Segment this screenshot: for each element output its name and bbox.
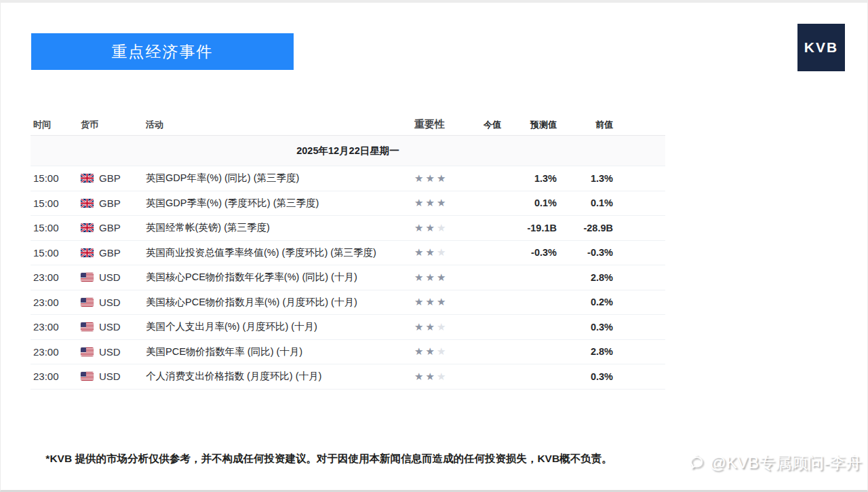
star-filled-icon: ★: [425, 222, 436, 233]
importance-stars: ★★★: [409, 321, 454, 333]
us-flag-icon: [81, 273, 94, 282]
event-activity: 英国GDP年率(%) (同比) (第三季度): [143, 172, 409, 185]
header-time: 时间: [31, 119, 78, 131]
event-currency: USD: [78, 346, 143, 358]
event-activity: 英国GDP季率(%) (季度环比) (第三季度): [143, 197, 409, 210]
us-flag-icon: [81, 347, 94, 356]
event-currency: GBP: [78, 247, 143, 259]
star-filled-icon: ★: [425, 271, 436, 283]
event-currency: GBP: [78, 222, 143, 233]
currency-code: USD: [99, 346, 121, 358]
star-filled-icon: ★: [425, 246, 436, 258]
header-previous: 前值: [557, 119, 613, 131]
table-body: 15:00GBP英国GDP年率(%) (同比) (第三季度)★★★1.3%1.3…: [31, 166, 665, 390]
table-row: 15:00GBP英国GDP年率(%) (同比) (第三季度)★★★1.3%1.3…: [31, 166, 665, 191]
header-activity: 活动: [143, 119, 409, 131]
currency-code: GBP: [99, 197, 121, 209]
importance-stars: ★★★: [409, 296, 454, 308]
currency-code: GBP: [99, 247, 121, 259]
uk-flag-icon: [81, 174, 94, 183]
header-currency: 货币: [78, 119, 143, 131]
star-filled-icon: ★: [437, 271, 448, 283]
star-filled-icon: ★: [414, 172, 425, 184]
event-previous-value: 0.3%: [557, 371, 613, 382]
watermark: @KVB专属顾问-李舟: [688, 452, 862, 474]
event-previous-value: 0.1%: [557, 197, 613, 208]
currency-code: GBP: [99, 222, 121, 233]
event-time: 15:00: [31, 172, 78, 184]
table-row: 23:00USD美国个人支出月率(%) (月度环比) (十月)★★★0.3%: [31, 315, 665, 340]
page-title-banner: 重点经济事件: [31, 33, 294, 70]
star-filled-icon: ★: [425, 197, 436, 208]
event-activity: 个人消费支出价格指数 (月度环比) (十月): [143, 370, 409, 383]
uk-flag-icon: [81, 199, 94, 208]
event-forecast-value: 1.3%: [501, 173, 557, 184]
event-previous-value: 2.8%: [557, 346, 613, 357]
currency-code: USD: [99, 297, 121, 308]
event-activity: 美国核心PCE物价指数月率(%) (月度环比) (十月): [143, 296, 409, 309]
kvb-logo-text: KVB: [804, 39, 838, 56]
table-row: 23:00USD美国PCE物价指数年率 (同比) (十月)★★★2.8%: [31, 340, 665, 365]
star-filled-icon: ★: [425, 172, 436, 184]
event-time: 23:00: [31, 271, 78, 283]
event-time: 23:00: [31, 321, 78, 333]
star-filled-icon: ★: [425, 296, 436, 307]
event-activity: 英国经常帐(英镑) (第三季度): [143, 221, 409, 234]
event-time: 15:00: [31, 222, 78, 233]
event-time: 23:00: [31, 297, 78, 308]
event-previous-value: 0.2%: [557, 297, 613, 307]
event-activity: 英国商业投资总值季率终值(%) (季度环比) (第三季度): [143, 246, 409, 259]
star-empty-icon: ★: [437, 321, 448, 333]
importance-stars: ★★★: [409, 371, 454, 383]
star-empty-icon: ★: [437, 345, 448, 357]
star-filled-icon: ★: [414, 246, 425, 258]
importance-stars: ★★★: [409, 222, 454, 234]
table-row: 23:00USD美国核心PCE物价指数年化季率(%) (同比) (十月)★★★2…: [31, 265, 665, 290]
star-empty-icon: ★: [437, 246, 448, 258]
star-filled-icon: ★: [414, 222, 425, 233]
importance-stars: ★★★: [409, 172, 454, 185]
star-filled-icon: ★: [414, 296, 425, 307]
date-group-row: 2025年12月22日星期一: [31, 136, 665, 166]
table-header-row: 时间 货币 活动 重要性 今值 预测值 前值: [31, 114, 665, 136]
disclaimer-text: *KVB 提供的市场分析仅供参考，并不构成任何投资建议。对于因使用本新闻信息而造…: [31, 452, 627, 466]
uk-flag-icon: [81, 223, 94, 232]
importance-stars: ★★★: [409, 271, 454, 284]
table-row: 15:00GBP英国商业投资总值季率终值(%) (季度环比) (第三季度)★★★…: [31, 241, 665, 266]
event-activity: 美国PCE物价指数年率 (同比) (十月): [143, 345, 409, 358]
page-title: 重点经济事件: [112, 41, 214, 62]
event-previous-value: 2.8%: [557, 272, 613, 283]
header-importance: 重要性: [409, 118, 454, 131]
event-currency: USD: [78, 321, 143, 333]
event-currency: USD: [78, 297, 143, 308]
currency-code: USD: [99, 371, 121, 382]
importance-stars: ★★★: [409, 345, 454, 358]
event-previous-value: -0.3%: [557, 247, 613, 258]
star-empty-icon: ★: [437, 371, 448, 382]
star-filled-icon: ★: [425, 345, 436, 357]
kvb-logo: KVB: [797, 24, 845, 71]
event-currency: USD: [78, 371, 143, 382]
star-filled-icon: ★: [425, 371, 436, 382]
date-group-label: 2025年12月22日星期一: [296, 145, 399, 157]
event-time: 15:00: [31, 197, 78, 209]
currency-code: GBP: [99, 172, 121, 184]
event-previous-value: 1.3%: [557, 173, 613, 184]
currency-code: USD: [99, 271, 121, 283]
event-previous-value: -28.9B: [557, 223, 613, 233]
star-filled-icon: ★: [414, 197, 425, 208]
economic-calendar-table: 时间 货币 活动 重要性 今值 预测值 前值 2025年12月22日星期一 15…: [31, 114, 665, 390]
table-row: 15:00GBP英国GDP季率(%) (季度环比) (第三季度)★★★0.1%0…: [31, 191, 665, 216]
event-forecast-value: -19.1B: [501, 223, 557, 233]
watermark-app-icon: [688, 454, 705, 472]
header-forecast: 预测值: [501, 119, 557, 131]
header-actual: 今值: [454, 119, 501, 131]
importance-stars: ★★★: [409, 197, 454, 209]
star-filled-icon: ★: [425, 321, 436, 333]
event-currency: GBP: [78, 172, 143, 184]
table-row: 15:00GBP英国经常帐(英镑) (第三季度)★★★-19.1B-28.9B: [31, 216, 665, 241]
event-currency: GBP: [78, 197, 143, 209]
us-flag-icon: [81, 372, 94, 381]
event-forecast-value: -0.3%: [501, 247, 557, 258]
star-empty-icon: ★: [437, 222, 448, 233]
